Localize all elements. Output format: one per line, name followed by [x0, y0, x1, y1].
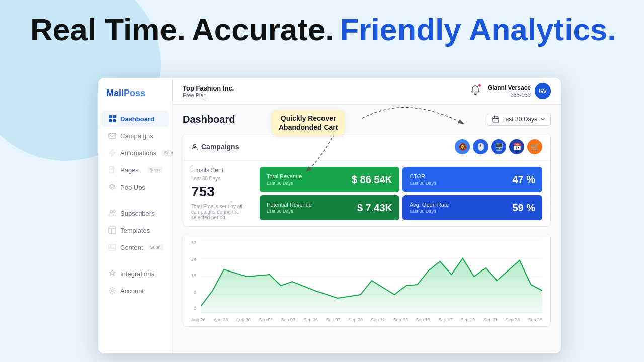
logo-poss: Poss [124, 88, 145, 98]
user-info: Gianni Versace 385-953 GV [488, 83, 551, 99]
sidebar-item-account[interactable]: Account [101, 283, 169, 299]
avatar[interactable]: GV [535, 83, 551, 99]
mail-icon [108, 132, 116, 140]
x-label-sep05: Sep 05 [303, 317, 318, 322]
x-label-sep17: Sep 17 [438, 317, 453, 322]
x-label-sep09: Sep 09 [348, 317, 363, 322]
hero-text-2: Accurate. [192, 14, 334, 45]
sidebar-item-integrations[interactable]: Integrations [101, 265, 169, 282]
hero-text-3: Friendly Analytics. [340, 14, 616, 45]
emails-sent-description: Total Emails sent by all campaigns durin… [191, 204, 252, 220]
stat-value-avg-open-rate: 59 % [512, 202, 535, 214]
x-label-aug30: Aug 30 [236, 317, 251, 322]
campaigns-section-title: Campaigns [201, 143, 239, 151]
sidebar-label-subscribers: Subscribers [120, 210, 162, 217]
sidebar-label-content: Content [120, 244, 143, 251]
svg-rect-0 [109, 115, 112, 118]
svg-rect-14 [493, 117, 499, 122]
tooltip-line2: Abandonded Cart [279, 123, 338, 131]
y-label-0: 0 [191, 306, 196, 311]
stat-value-ctor: 47 % [512, 174, 535, 186]
stat-avg-open-rate: Avg. Open Rate Last 30 Days 59 % [403, 195, 542, 220]
sidebar-label-pages: Pages [120, 166, 142, 174]
campaigns-card: Campaigns 🔕 🖱️ 🖥️ 📅 🛒 Emails Sent Last 3… [183, 133, 551, 227]
sidebar-label-templates: Templates [120, 227, 162, 234]
users-icon [108, 209, 116, 217]
stat-label-total-revenue: Total Revenue Last 30 Days [267, 173, 302, 186]
icon-buttons-row: 🔕 🖱️ 🖥️ 📅 🛒 [455, 139, 542, 154]
x-label-sep21: Sep 21 [483, 317, 498, 322]
x-label-aug28: Aug 28 [214, 317, 228, 322]
hero-text-1: Real Time. [30, 14, 186, 45]
x-label-sep25: Sep 25 [528, 317, 542, 322]
chart-x-labels: Aug 26 Aug 28 Aug 30 Sep 01 Sep 03 Sep 0… [191, 317, 542, 322]
emails-sent-label: Emails Sent [191, 167, 252, 174]
chart-y-labels: 32 24 16 8 0 [191, 240, 198, 311]
notifications-bell[interactable] [470, 85, 480, 97]
chart-svg-area [201, 240, 542, 315]
notification-dot [478, 84, 481, 87]
svg-point-12 [110, 246, 111, 247]
sidebar-item-templates[interactable]: Templates [101, 222, 169, 238]
mute-icon-btn[interactable]: 🔕 [455, 139, 470, 154]
stat-label-ctor: CTOR Last 30 Days [410, 173, 436, 186]
sidebar-item-dashboard[interactable]: Dashboard [101, 111, 169, 127]
y-label-32: 32 [191, 240, 196, 245]
x-label-sep23: Sep 23 [506, 317, 520, 322]
topbar-right: Gianni Versace 385-953 GV [470, 83, 551, 99]
x-label-sep13: Sep 13 [393, 317, 408, 322]
sidebar: MailPoss Dashboard Campaigns [98, 78, 173, 353]
svg-rect-11 [109, 244, 116, 250]
x-label-sep19: Sep 19 [461, 317, 475, 322]
stat-ctor: CTOR Last 30 Days 47 % [403, 167, 542, 192]
soon-badge-pages: Soon [147, 167, 162, 173]
sidebar-label-dashboard: Dashboard [120, 115, 162, 123]
layers-icon [108, 183, 116, 191]
sidebar-item-pages[interactable]: Pages Soon [101, 162, 169, 178]
person-icon [191, 143, 198, 150]
monitor-icon-btn[interactable]: 🖥️ [491, 139, 506, 154]
user-text: Gianni Versace 385-953 [488, 84, 531, 98]
plan-label: Free Plan [183, 92, 234, 98]
svg-rect-4 [109, 133, 116, 138]
date-range-picker[interactable]: Last 30 Days [487, 113, 551, 126]
date-range-label: Last 30 Days [502, 116, 537, 123]
sidebar-label-automations: Automations [120, 149, 156, 157]
sidebar-label-account: Account [120, 287, 162, 295]
svg-rect-8 [109, 227, 116, 234]
file-icon [108, 166, 116, 174]
emails-sent-column: Emails Sent Last 30 Days 753 Total Email… [191, 167, 252, 220]
x-label-aug26: Aug 26 [191, 317, 206, 322]
campaigns-header: Campaigns 🔕 🖱️ 🖥️ 📅 🛒 [183, 133, 550, 161]
sidebar-item-subscribers[interactable]: Subscribers [101, 205, 169, 221]
stat-value-total-revenue: $ 86.54K [352, 174, 392, 186]
sidebar-item-automations[interactable]: Automations Soon [101, 145, 169, 161]
sidebar-label-popups: Pop Ups [120, 184, 162, 191]
settings-icon [108, 287, 116, 295]
svg-rect-1 [113, 115, 116, 118]
dashboard-body: Dashboard Last 30 Days [173, 105, 561, 353]
x-label-sep07: Sep 07 [326, 317, 341, 322]
sidebar-item-content[interactable]: Content Soon [101, 239, 169, 255]
svg-point-18 [194, 144, 196, 147]
topbar-left: Top Fashion Inc. Free Plan [183, 84, 234, 98]
calendar-icon-btn[interactable]: 📅 [509, 139, 524, 154]
svg-point-7 [113, 211, 115, 213]
svg-rect-2 [109, 119, 112, 122]
stats-grid: Total Revenue Last 30 Days $ 86.54K CTOR… [260, 167, 542, 220]
sidebar-item-campaigns[interactable]: Campaigns [101, 128, 169, 144]
chart-wrapper: 32 24 16 8 0 [191, 240, 542, 315]
svg-point-6 [110, 211, 113, 213]
y-label-8: 8 [191, 290, 196, 295]
cursor-icon-btn[interactable]: 🖱️ [473, 139, 488, 154]
page-title: Dashboard [183, 114, 235, 125]
x-label-sep03: Sep 03 [281, 317, 296, 322]
line-chart [201, 240, 542, 313]
hero-header: Real Time. Accurate. Friendly Analytics. [30, 14, 616, 45]
logo-mail: Mail [106, 88, 124, 98]
sidebar-item-popups[interactable]: Pop Ups [101, 179, 169, 195]
user-id: 385-953 [488, 92, 531, 98]
stat-label-potential-revenue: Potential Revenue Last 30 Days [267, 202, 312, 214]
grid-icon [108, 115, 116, 123]
cart-icon-btn[interactable]: 🛒 [527, 139, 542, 154]
